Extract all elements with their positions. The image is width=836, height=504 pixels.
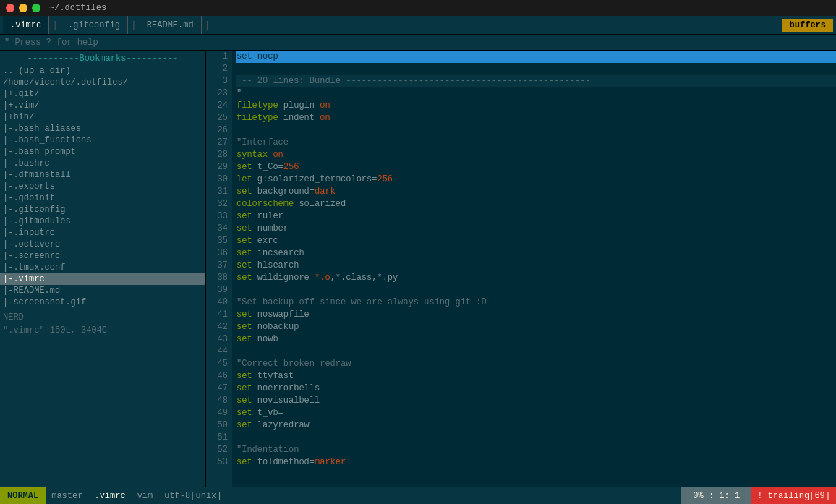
tab-readme[interactable]: README.md bbox=[140, 16, 202, 34]
code-line: set incsearch bbox=[236, 247, 836, 260]
sidebar-item[interactable]: |-.gdbinit bbox=[0, 192, 205, 204]
code-line: " bbox=[236, 87, 836, 100]
sidebar-item[interactable]: .. (up a dir) bbox=[0, 65, 205, 77]
code-content[interactable]: set nocp+-- 20 lines: Bundle -----------… bbox=[232, 51, 836, 487]
code-line: set noerrorbells bbox=[236, 383, 836, 395]
status-vim: vim bbox=[132, 491, 159, 501]
sidebar-item[interactable]: |-.bash_prompt bbox=[0, 146, 205, 158]
bookmarks-label: ----------Bookmarks---------- bbox=[0, 52, 205, 65]
tab-gitconfig[interactable]: .gitconfig bbox=[61, 16, 128, 34]
code-line bbox=[236, 124, 836, 137]
line-numbers: 1232324252627282930313233343536373839404… bbox=[206, 51, 232, 487]
close-icon[interactable] bbox=[6, 4, 14, 12]
code-line: set background=dark bbox=[236, 186, 836, 198]
status-trailing: ! trailing[69] bbox=[751, 487, 836, 504]
code-line: set lazyredraw bbox=[236, 419, 836, 432]
main-content: ----------Bookmarks---------- .. (up a d… bbox=[0, 51, 836, 487]
code-line: set novisualbell bbox=[236, 395, 836, 407]
sidebar-item[interactable]: |-.inputrc bbox=[0, 227, 205, 239]
code-line: set exrc bbox=[236, 235, 836, 247]
code-line: let g:solarized_termcolors=256 bbox=[236, 174, 836, 186]
code-line: +-- 20 lines: Bundle -------------------… bbox=[236, 75, 836, 87]
sidebar-item[interactable]: |+.git/ bbox=[0, 88, 205, 100]
sidebar-item[interactable]: |-.exports bbox=[0, 181, 205, 192]
tabbar: .vimrc | .gitconfig | README.md | buffer… bbox=[0, 16, 836, 35]
code-line: colorscheme solarized bbox=[236, 198, 836, 210]
fileinfo-label: ".vimrc" 150L, 3404C bbox=[0, 324, 205, 337]
titlebar: ~/.dotfiles bbox=[0, 0, 836, 16]
code-line: set t_vb= bbox=[236, 407, 836, 419]
tab-vimrc[interactable]: .vimrc bbox=[3, 16, 49, 34]
code-line: set nobackup bbox=[236, 321, 836, 333]
sidebar-item[interactable]: /home/vicente/.dotfiles/ bbox=[0, 77, 205, 88]
code-line bbox=[236, 346, 836, 358]
sidebar-item[interactable]: |-.tmux.conf bbox=[0, 262, 205, 273]
code-line: set ruler bbox=[236, 210, 836, 223]
sidebar-item[interactable]: |-.gitmodules bbox=[0, 215, 205, 227]
window-title: ~/.dotfiles bbox=[49, 3, 106, 13]
code-line: set wildignore=*.o,*.class,*.py bbox=[236, 272, 836, 284]
status-file: .vimrc bbox=[88, 491, 131, 501]
tab-separator3: | bbox=[202, 20, 213, 30]
code-line: "Interface bbox=[236, 137, 836, 149]
code-line: "Correct broken redraw bbox=[236, 358, 836, 370]
code-line: set ttyfast bbox=[236, 370, 836, 383]
code-line: set nocp bbox=[236, 51, 836, 63]
code-line bbox=[236, 63, 836, 75]
editor: 1232324252627282930313233343536373839404… bbox=[206, 51, 836, 487]
code-line bbox=[236, 432, 836, 444]
tab-separator2: | bbox=[128, 20, 140, 30]
code-line: syntax on bbox=[236, 149, 836, 161]
sidebar-item[interactable]: |+bin/ bbox=[0, 111, 205, 123]
sidebar-item[interactable]: |-.screenrc bbox=[0, 250, 205, 262]
code-line: set number bbox=[236, 223, 836, 235]
code-line: "Set backup off since we are always usin… bbox=[236, 296, 836, 309]
sidebar-items: .. (up a dir)/home/vicente/.dotfiles/|+.… bbox=[0, 65, 205, 308]
nerd-label: NERD bbox=[0, 311, 205, 324]
minimize-icon[interactable] bbox=[19, 4, 27, 12]
code-line: set foldmethod=marker bbox=[236, 456, 836, 469]
code-line: filetype plugin on bbox=[236, 100, 836, 112]
sidebar-item[interactable]: |-.octaverc bbox=[0, 239, 205, 250]
helpline: " Press ? for help bbox=[0, 35, 836, 51]
buffers-button[interactable]: buffers bbox=[782, 19, 833, 32]
status-mode: NORMAL bbox=[0, 487, 46, 504]
code-line bbox=[236, 284, 836, 296]
status-encoding: utf-8[unix] bbox=[158, 491, 227, 501]
sidebar-item[interactable]: |-.gitconfig bbox=[0, 204, 205, 215]
status-branch: master bbox=[46, 491, 88, 501]
sidebar-item[interactable]: |-.bashrc bbox=[0, 158, 205, 169]
code-line: set hlsearch bbox=[236, 260, 836, 272]
code-area[interactable]: 1232324252627282930313233343536373839404… bbox=[206, 51, 836, 487]
statusbar: NORMAL master .vimrc vim utf-8[unix] 0% … bbox=[0, 487, 836, 504]
sidebar: ----------Bookmarks---------- .. (up a d… bbox=[0, 51, 206, 487]
sidebar-item[interactable]: |-README.md bbox=[0, 285, 205, 296]
sidebar-item[interactable]: |-.dfminstall bbox=[0, 169, 205, 181]
code-line: "Indentation bbox=[236, 444, 836, 456]
maximize-icon[interactable] bbox=[32, 4, 40, 12]
code-line: set t_Co=256 bbox=[236, 161, 836, 174]
sidebar-item[interactable]: |-screenshot.gif bbox=[0, 296, 205, 308]
sidebar-item[interactable]: |-.bash_functions bbox=[0, 134, 205, 146]
sidebar-item[interactable]: |+.vim/ bbox=[0, 100, 205, 111]
code-line: set noswapfile bbox=[236, 309, 836, 321]
code-line: filetype indent on bbox=[236, 112, 836, 124]
sidebar-item[interactable]: |-.bash_aliases bbox=[0, 123, 205, 134]
sidebar-item[interactable]: |-.vimrc bbox=[0, 273, 205, 285]
tab-separator: | bbox=[49, 20, 61, 30]
code-line: set nowb bbox=[236, 333, 836, 346]
status-position: 0% : 1: 1 bbox=[681, 487, 751, 504]
